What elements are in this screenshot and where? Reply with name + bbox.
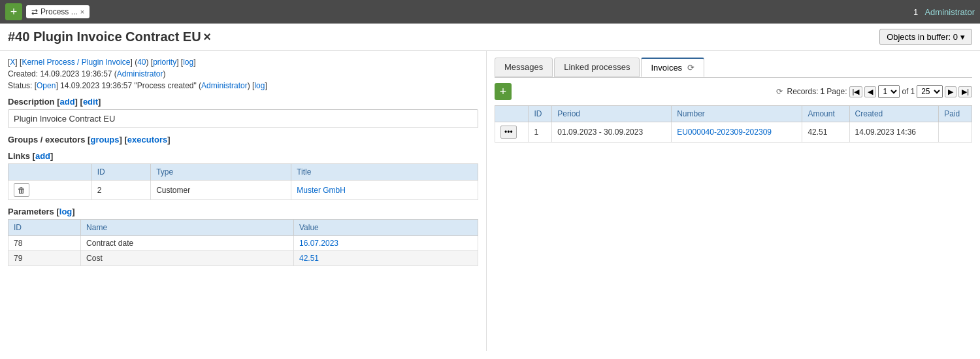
invoice-col-amount: Amount xyxy=(802,106,849,122)
invoice-row1-paid xyxy=(939,122,972,143)
top-bar-left: + ⇄ Process ... × xyxy=(5,3,90,20)
invoice-row1-id: 1 xyxy=(529,122,552,143)
invoice-col-period: Period xyxy=(552,106,672,122)
description-add-link[interactable]: add xyxy=(59,97,74,107)
invoice-number-link[interactable]: EU000040-202309-202309 xyxy=(677,128,772,137)
new-button[interactable]: + xyxy=(5,3,22,20)
executors-link[interactable]: executors xyxy=(127,135,167,145)
tab-messages[interactable]: Messages xyxy=(495,58,553,77)
priority-link[interactable]: priority xyxy=(153,58,176,67)
pagination: ⟳ Records: 1 Page: |◀ ◀ 1 of 1 25 ▶ ▶| xyxy=(776,85,973,98)
invoice-row1-created: 14.09.2023 14:36 xyxy=(849,122,939,143)
invoice-row1-action: ••• xyxy=(495,122,529,143)
links-col-title: Title xyxy=(291,164,478,180)
log-link1[interactable]: log xyxy=(183,58,193,67)
process-info-line3: Status: [Open] 14.09.2023 19:36:57 "Proc… xyxy=(8,81,478,90)
status-link[interactable]: Open xyxy=(37,81,56,90)
table-row: 78 Contract date 16.07.2023 xyxy=(8,236,478,251)
process-tab-label: Process ... xyxy=(41,7,78,16)
tab-linked-processes-label: Linked processes xyxy=(564,62,630,72)
param-row2-value: 42.51 xyxy=(293,251,478,266)
tab-linked-processes[interactable]: Linked processes xyxy=(554,58,640,77)
process-info-line2: Created: 14.09.2023 19:36:57 (Administra… xyxy=(8,69,478,78)
page-title: #40 Plugin Invoice Contract EU xyxy=(8,29,201,44)
of-value: 1 xyxy=(910,87,915,96)
param-row2-name: Cost xyxy=(81,251,294,266)
add-invoice-button[interactable]: + xyxy=(495,83,512,100)
groups-link[interactable]: groups xyxy=(90,135,119,145)
records-count: 1 xyxy=(821,87,825,96)
top-bar-right: 1 Administrator xyxy=(913,7,975,17)
page-close-button[interactable]: × xyxy=(203,29,211,44)
status-text: "Process created" xyxy=(135,81,197,90)
links-col-id: ID xyxy=(91,164,150,180)
x-link[interactable]: X xyxy=(10,58,15,67)
param-col-name: Name xyxy=(81,220,294,236)
links-add-link[interactable]: add xyxy=(35,151,50,161)
param-row1-id: 78 xyxy=(8,236,81,251)
top-bar: + ⇄ Process ... × 1 Administrator xyxy=(0,0,980,24)
description-value: Plugin Invoice Contract EU xyxy=(8,109,478,128)
page-first-button[interactable]: |◀ xyxy=(849,86,863,97)
status-admin-link[interactable]: Administrator xyxy=(201,81,248,90)
user-name-link[interactable]: Administrator xyxy=(924,7,975,17)
param-row1-name: Contract date xyxy=(81,236,294,251)
links-row-id: 2 xyxy=(91,180,150,200)
table-row: ••• 1 01.09.2023 - 30.09.2023 EU000040-2… xyxy=(495,122,972,143)
links-row-action: 🗑 xyxy=(8,180,92,200)
links-row-type: Customer xyxy=(151,180,291,200)
links-section: Links [add] xyxy=(8,151,478,161)
invoice-table-header: ID Period Number Amount Created Paid xyxy=(495,106,972,122)
right-panel: Messages Linked processes Invoices ⟳ + ⟳… xyxy=(487,51,980,351)
groups-executors-section: Groups / executors [groups] [executors] xyxy=(8,135,478,145)
page-next-button[interactable]: ▶ xyxy=(945,86,956,97)
links-table-header: ID Type Title xyxy=(8,164,478,180)
groups-executors-title: Groups / executors xyxy=(8,135,85,145)
contract-date-link[interactable]: 16.07.2023 xyxy=(299,239,338,248)
page-last-button[interactable]: ▶| xyxy=(958,86,972,97)
buffer-button[interactable]: Objects in buffer: 0 ▾ xyxy=(879,29,972,45)
param-col-value: Value xyxy=(293,220,478,236)
links-table: ID Type Title 🗑 2 Customer Muster GmbH xyxy=(8,163,478,200)
links-title: Links xyxy=(8,151,30,161)
trash-icon: 🗑 xyxy=(18,186,25,195)
invoice-row1-amount: 42.51 xyxy=(802,122,849,143)
param-row1-value: 16.07.2023 xyxy=(293,236,478,251)
tab-invoices[interactable]: Invoices ⟳ xyxy=(641,58,704,77)
tab-messages-label: Messages xyxy=(504,62,543,72)
process-tab[interactable]: ⇄ Process ... × xyxy=(26,5,90,18)
description-edit-link[interactable]: edit xyxy=(83,97,98,107)
process-info-line1: [X] [Kernel Process / Plugin Invoice] (4… xyxy=(8,58,478,67)
created-by-link[interactable]: Administrator xyxy=(117,69,163,78)
process-tab-close[interactable]: × xyxy=(80,8,84,16)
buffer-label: Objects in buffer: 0 xyxy=(887,32,958,42)
invoice-dots-button[interactable]: ••• xyxy=(500,126,517,139)
page-prev-button[interactable]: ◀ xyxy=(864,86,876,97)
invoice-col-created: Created xyxy=(849,106,939,122)
delete-button[interactable]: 🗑 xyxy=(14,183,29,197)
refresh-icon-toolbar[interactable]: ⟳ xyxy=(776,87,783,96)
invoice-table: ID Period Number Amount Created Paid •••… xyxy=(495,105,972,143)
invoice-col-id: ID xyxy=(529,106,552,122)
kernel-link[interactable]: Kernel Process / Plugin Invoice xyxy=(22,58,130,67)
description-section: Description [add] [edit] xyxy=(8,97,478,107)
cost-link[interactable]: 42.51 xyxy=(299,254,319,263)
invoice-col-paid: Paid xyxy=(939,106,972,122)
invoice-col-action xyxy=(495,106,529,122)
invoice-toolbar: + ⟳ Records: 1 Page: |◀ ◀ 1 of 1 25 ▶ ▶| xyxy=(495,83,972,100)
tab-refresh-icon[interactable]: ⟳ xyxy=(687,63,694,73)
muster-gmbh-link[interactable]: Muster GmbH xyxy=(297,186,346,195)
param-col-id: ID xyxy=(8,220,81,236)
tabs: Messages Linked processes Invoices ⟳ xyxy=(495,58,972,78)
status-date: 14.09.2023 19:36:57 xyxy=(60,81,132,90)
invoice-col-number: Number xyxy=(672,106,802,122)
of-label: of xyxy=(902,87,908,96)
id-link[interactable]: 40 xyxy=(137,58,146,67)
status-log-link[interactable]: log xyxy=(254,81,265,90)
description-title: Description xyxy=(8,97,55,107)
per-page-select[interactable]: 25 xyxy=(917,85,943,98)
main-layout: [X] [Kernel Process / Plugin Invoice] (4… xyxy=(0,51,980,351)
buffer-chevron: ▾ xyxy=(960,32,965,42)
page-select[interactable]: 1 xyxy=(878,85,900,98)
parameters-log-link[interactable]: log xyxy=(59,207,73,216)
